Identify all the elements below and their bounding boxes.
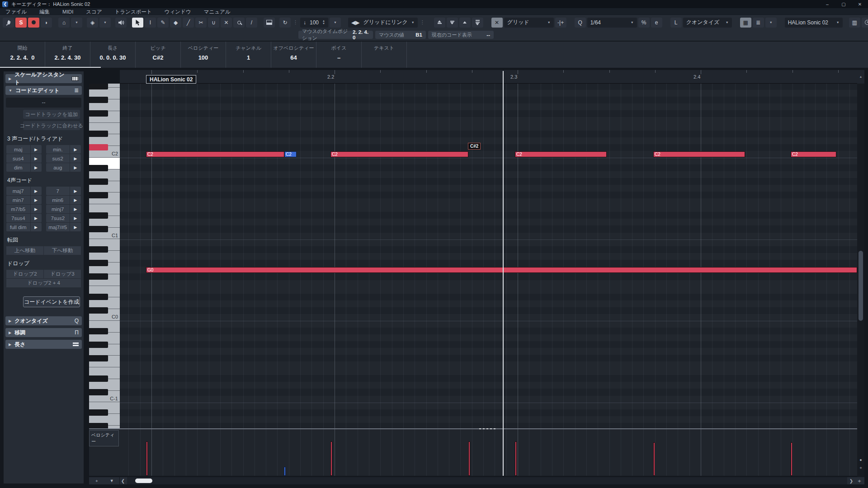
mute-tool[interactable]: ✕ bbox=[221, 18, 232, 28]
add-chord-track-button[interactable]: コードトラックを追加 bbox=[23, 110, 80, 119]
chord-button[interactable]: dim▶ bbox=[6, 163, 42, 172]
velocity-bar[interactable] bbox=[791, 442, 793, 476]
velocity-lane-label[interactable]: ベロシティー bbox=[89, 430, 119, 446]
midi-note[interactable]: C2 bbox=[330, 151, 468, 157]
pen-tool[interactable]: ╱ bbox=[183, 18, 194, 28]
infoline-field[interactable]: ボイス– bbox=[316, 42, 362, 68]
zoom-knob-icon[interactable]: ● bbox=[857, 457, 864, 463]
chord-button[interactable]: maj7▶ bbox=[6, 187, 42, 195]
horizontal-scrollbar-thumb[interactable] bbox=[135, 479, 152, 483]
independent-track-loop-button[interactable]: ↻ bbox=[279, 18, 291, 28]
midi-note[interactable]: C2 bbox=[653, 151, 745, 157]
black-key[interactable] bbox=[89, 260, 108, 266]
velocity-lane[interactable] bbox=[120, 429, 857, 476]
midi-note[interactable]: C2 bbox=[284, 151, 297, 157]
iterative-quantize-button[interactable]: % bbox=[638, 18, 650, 28]
chord-button[interactable]: sus2▶ bbox=[46, 154, 81, 163]
auto-select-controllers-dropdown[interactable]: ▼ bbox=[99, 18, 111, 28]
infoline-field[interactable]: テキスト bbox=[362, 42, 407, 68]
chord-play-arrow-icon[interactable]: ▶ bbox=[31, 214, 42, 222]
section-scale-assistant[interactable]: ▶ スケールアシスタント bbox=[5, 74, 82, 83]
match-chord-track-button[interactable]: コードトラックに合わせる bbox=[23, 121, 80, 130]
menu-item[interactable]: MIDI bbox=[62, 9, 73, 14]
note-grid[interactable]: C2C2C2C2C2C2G0 bbox=[120, 84, 857, 428]
chord-play-arrow-icon[interactable]: ▶ bbox=[70, 163, 81, 172]
chord-play-arrow-icon[interactable]: ▶ bbox=[70, 223, 81, 231]
black-key[interactable] bbox=[89, 178, 108, 185]
menu-item[interactable]: ウィンドウ bbox=[165, 9, 191, 15]
lane-splitter-handle[interactable] bbox=[479, 428, 497, 429]
mixer-icon[interactable]: ▥ bbox=[849, 18, 860, 28]
midi-note[interactable]: C2 bbox=[791, 151, 836, 157]
menu-item[interactable]: スコア bbox=[86, 9, 102, 15]
line-tool[interactable]: / bbox=[246, 18, 257, 28]
chord-button[interactable]: 7sus4▶ bbox=[6, 214, 42, 222]
section-quantize[interactable]: ▶ クオンタイズ Q bbox=[5, 316, 82, 325]
chord-button[interactable]: min7▶ bbox=[6, 196, 42, 204]
vertical-scrollbar-thumb[interactable] bbox=[859, 251, 863, 321]
scroll-left-arrow[interactable]: ❮ bbox=[120, 479, 126, 483]
drop-button[interactable]: ドロップ3 bbox=[44, 270, 81, 278]
solo-editor-button[interactable]: S bbox=[15, 18, 27, 28]
zoom-tool[interactable] bbox=[233, 18, 245, 28]
infoline-field[interactable]: 開始2. 2. 4. 0 bbox=[0, 42, 45, 68]
length-quantize-icon[interactable]: L bbox=[670, 18, 682, 28]
track-selector-dropdown[interactable]: HALion Sonic 02 ▼ bbox=[785, 18, 843, 28]
quantize-panel-button[interactable]: e bbox=[651, 18, 662, 28]
section-transpose[interactable]: ▶ 移調 Π bbox=[5, 328, 82, 337]
infoline-field[interactable]: チャンネル1 bbox=[226, 42, 271, 68]
auto-select-controllers-button[interactable]: ◈ bbox=[87, 18, 98, 28]
chord-button[interactable]: minj7▶ bbox=[46, 205, 81, 213]
menu-item[interactable]: マニュアル bbox=[204, 9, 231, 15]
midi-note[interactable]: C2 bbox=[515, 151, 607, 157]
horizontal-zoom-plus-button[interactable]: ＋ bbox=[854, 477, 864, 485]
velocity-stepper[interactable]: ▲▼ bbox=[322, 20, 325, 25]
trim-tool[interactable]: I bbox=[145, 18, 156, 28]
black-key[interactable] bbox=[89, 389, 108, 395]
draw-tool[interactable]: ✎ bbox=[157, 18, 169, 28]
inversion-button[interactable]: 上へ移動 bbox=[6, 246, 43, 255]
acoustic-feedback-button[interactable]: ◗ bbox=[41, 18, 52, 28]
record-in-editor-button[interactable] bbox=[28, 18, 39, 28]
audition-speaker-icon[interactable] bbox=[115, 18, 127, 28]
open-in-window-button[interactable] bbox=[264, 18, 275, 28]
minimize-button[interactable]: – bbox=[819, 0, 835, 8]
chord-button[interactable]: min6▶ bbox=[46, 196, 81, 204]
black-key[interactable] bbox=[89, 307, 108, 314]
part-editing-mode-button[interactable]: ≣ bbox=[753, 18, 764, 28]
black-key[interactable] bbox=[89, 192, 108, 198]
window-layout-dropdown[interactable]: ▼ bbox=[71, 18, 82, 28]
nudge-end-left-button[interactable] bbox=[459, 18, 471, 28]
black-key[interactable] bbox=[89, 84, 108, 89]
quantize-preset-dropdown[interactable]: 1/64 ▼ bbox=[587, 18, 637, 28]
vertical-scrollbar[interactable]: ▲ ● ＋ bbox=[857, 70, 864, 477]
nudge-start-left-button[interactable] bbox=[434, 18, 445, 28]
drop-button[interactable]: ドロップ2 bbox=[6, 270, 43, 278]
velocity-bar[interactable] bbox=[284, 467, 286, 476]
infoline-field[interactable]: オフベロシティー64 bbox=[271, 42, 316, 68]
menu-item[interactable]: トランスポート bbox=[115, 9, 152, 15]
velocity-bar[interactable] bbox=[653, 442, 655, 476]
velocity-bar[interactable] bbox=[515, 441, 517, 476]
horizontal-scrollbar[interactable] bbox=[127, 477, 847, 484]
inversion-button[interactable]: 下へ移動 bbox=[44, 246, 81, 255]
black-key[interactable] bbox=[89, 409, 108, 416]
close-button[interactable]: ✕ bbox=[852, 0, 868, 8]
black-key[interactable] bbox=[89, 355, 108, 361]
chord-button[interactable]: full dim▶ bbox=[6, 223, 42, 231]
menu-item[interactable]: ファイル bbox=[5, 9, 27, 15]
black-key[interactable] bbox=[89, 165, 108, 171]
select-tool[interactable] bbox=[132, 18, 143, 28]
chord-play-arrow-icon[interactable]: ▶ bbox=[31, 145, 42, 154]
insert-velocity-dropdown[interactable]: ▼ bbox=[330, 18, 341, 28]
length-quantize-dropdown[interactable]: クオンタイズ ▼ bbox=[683, 18, 732, 28]
chord-play-arrow-icon[interactable]: ▶ bbox=[70, 187, 81, 195]
pin-icon[interactable] bbox=[3, 18, 14, 28]
velocity-bar[interactable] bbox=[468, 441, 470, 476]
black-key[interactable] bbox=[89, 226, 108, 232]
chord-play-arrow-icon[interactable]: ▶ bbox=[31, 154, 42, 163]
black-key[interactable] bbox=[89, 110, 108, 117]
add-controller-lane-button[interactable]: ＋ bbox=[89, 477, 104, 484]
insert-velocity-field[interactable]: ↓ 100 ▲▼ bbox=[300, 18, 328, 28]
maximize-button[interactable]: ▢ bbox=[835, 0, 852, 8]
